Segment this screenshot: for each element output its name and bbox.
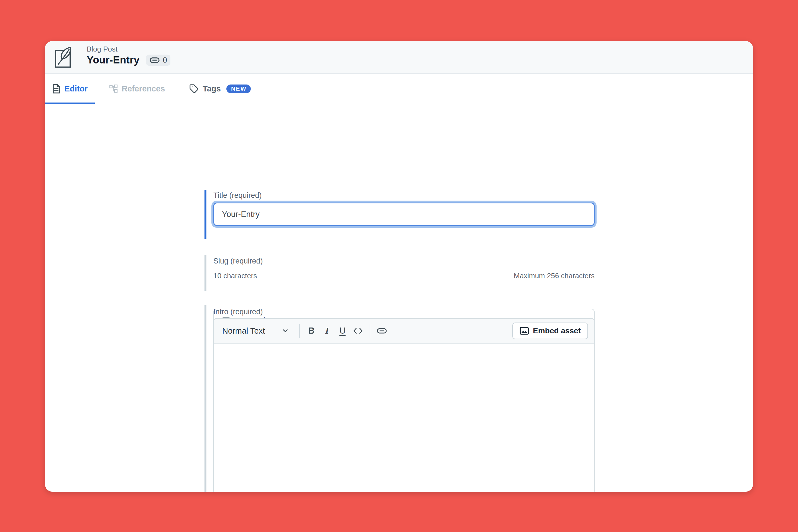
intro-section-indicator [205, 305, 206, 492]
bold-button[interactable]: B [304, 323, 319, 339]
rich-text-editor: Normal Text B I U [213, 318, 595, 492]
references-icon [109, 84, 118, 93]
tag-icon [189, 84, 199, 93]
embed-asset-label: Embed asset [533, 326, 581, 335]
entry-header-text: Blog Post Your-Entry 0 [87, 44, 170, 66]
rich-text-body[interactable] [214, 344, 594, 492]
hyperlink-button[interactable] [374, 323, 390, 339]
entry-header: Blog Post Your-Entry 0 [45, 41, 753, 74]
entry-title: Your-Entry [87, 54, 139, 66]
links-count-badge[interactable]: 0 [146, 55, 170, 66]
title-section-indicator [205, 190, 206, 239]
entry-editor-card: Blog Post Your-Entry 0 [45, 41, 753, 492]
code-icon [353, 327, 363, 335]
document-icon [52, 84, 61, 94]
underline-button[interactable]: U [335, 323, 350, 339]
title-max-hint: Maximum 256 characters [514, 271, 595, 280]
page-background: Blog Post Your-Entry 0 [0, 0, 798, 532]
link-icon [149, 57, 160, 63]
tab-editor[interactable]: Editor [45, 74, 95, 103]
intro-field-label: Intro (required) [213, 307, 263, 316]
title-char-count: 10 characters [213, 271, 257, 280]
editor-main: Title (required) 10 characters Maximum 2… [45, 103, 753, 492]
toolbar-separator [299, 324, 300, 338]
title-input[interactable] [213, 203, 595, 226]
paragraph-style-select[interactable]: Normal Text [222, 326, 289, 336]
code-button[interactable] [350, 323, 366, 339]
title-field-label: Title (required) [213, 191, 262, 200]
slug-section-indicator [205, 255, 206, 291]
title-helper-row: 10 characters Maximum 256 characters [213, 271, 595, 280]
paragraph-style-value: Normal Text [222, 326, 265, 336]
embed-asset-button[interactable]: Embed asset [512, 323, 588, 339]
new-badge: NEW [226, 84, 251, 93]
chevron-down-icon [282, 327, 289, 335]
tab-editor-label: Editor [64, 84, 88, 93]
content-type-label: Blog Post [87, 44, 170, 54]
hyperlink-icon [377, 327, 387, 334]
image-icon [519, 327, 529, 335]
tab-references[interactable]: References [100, 74, 174, 103]
tab-tags-label: Tags [203, 84, 221, 93]
tab-tags[interactable]: Tags NEW [187, 74, 253, 103]
italic-button[interactable]: I [319, 323, 335, 339]
tab-bar: Editor References [45, 74, 753, 104]
entry-quill-icon [55, 46, 72, 68]
slug-field-label: Slug (required) [213, 257, 263, 265]
toolbar-separator [369, 324, 370, 338]
tab-references-label: References [122, 84, 165, 93]
links-count: 0 [163, 56, 167, 64]
rich-text-toolbar: Normal Text B I U [214, 319, 594, 344]
